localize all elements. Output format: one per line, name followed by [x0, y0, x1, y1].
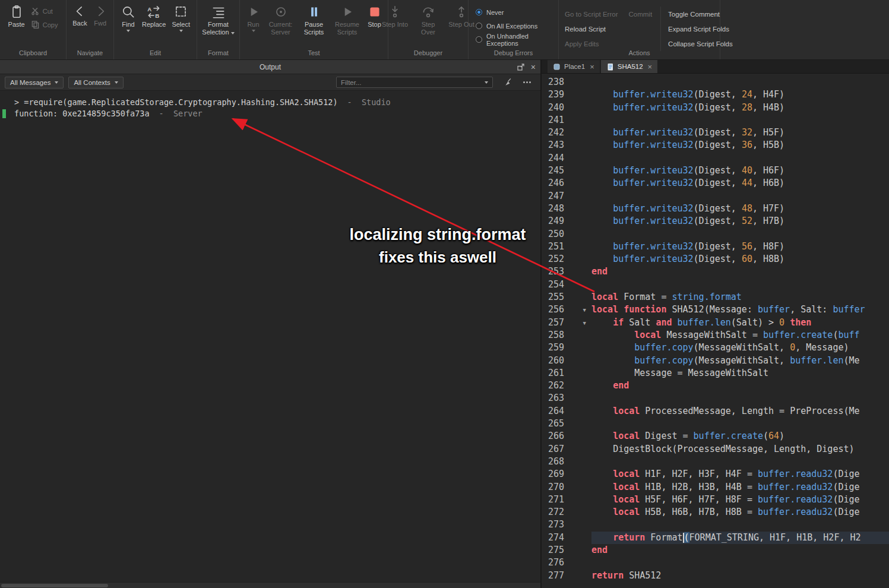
- code-text[interactable]: [591, 519, 889, 531]
- code-line[interactable]: 238: [542, 76, 889, 88]
- format-selection-button[interactable]: Format Selection: [198, 3, 239, 37]
- toggle-comment-button[interactable]: Toggle Comment: [668, 11, 720, 18]
- code-line[interactable]: 261 Message = MessageWithSalt: [542, 367, 889, 380]
- line-number[interactable]: 261: [542, 367, 568, 380]
- code-line[interactable]: 265: [542, 418, 889, 430]
- line-number[interactable]: 242: [542, 127, 568, 139]
- line-number[interactable]: 247: [542, 190, 568, 203]
- apply-edits-button[interactable]: Apply Edits: [565, 40, 599, 48]
- code-line[interactable]: 254: [542, 279, 889, 291]
- forward-button[interactable]: Fwd: [91, 3, 110, 29]
- line-number[interactable]: 262: [542, 380, 568, 392]
- replace-button[interactable]: A B Replace: [140, 3, 168, 30]
- line-number[interactable]: 274: [542, 532, 568, 544]
- code-line[interactable]: 277return SHA512: [542, 570, 889, 582]
- code-text[interactable]: [591, 456, 889, 468]
- tab-place1[interactable]: Place1 ×: [548, 60, 600, 73]
- code-line[interactable]: 252 buffer.writeu32(Digest, 60, H8B): [542, 253, 889, 265]
- scrollbar-thumb[interactable]: [1, 584, 108, 587]
- code-line[interactable]: 267 DigestBlock(ProcessedMessage, Length…: [542, 443, 889, 456]
- close-output-icon[interactable]: ×: [531, 63, 536, 71]
- code-line[interactable]: 241: [542, 114, 889, 127]
- code-line[interactable]: 246 buffer.writeu32(Digest, 44, H6B): [542, 177, 889, 189]
- more-options-icon[interactable]: [523, 81, 531, 83]
- code-text[interactable]: DigestBlock(ProcessedMessage, Length, Di…: [591, 443, 889, 456]
- line-number[interactable]: 246: [542, 177, 568, 189]
- code-line[interactable]: 255local Format = string.format: [542, 291, 889, 304]
- line-number[interactable]: 275: [542, 544, 568, 557]
- line-number[interactable]: 255: [542, 291, 568, 304]
- code-line[interactable]: 239 buffer.writeu32(Digest, 24, H4F): [542, 88, 889, 101]
- code-line[interactable]: 251 buffer.writeu32(Digest, 56, H8F): [542, 241, 889, 253]
- tab-sha512[interactable]: SHA512 ×: [601, 60, 657, 73]
- code-text[interactable]: buffer.writeu32(Digest, 44, H6B): [591, 177, 889, 189]
- code-line[interactable]: 272 local H5B, H6B, H7B, H8B = buffer.re…: [542, 506, 889, 519]
- code-lines[interactable]: 238239 buffer.writeu32(Digest, 24, H4F)2…: [542, 74, 889, 588]
- output-horizontal-scrollbar[interactable]: [0, 582, 540, 588]
- line-number[interactable]: 273: [542, 519, 568, 531]
- code-line[interactable]: 250: [542, 228, 889, 241]
- paste-button[interactable]: Paste: [6, 3, 27, 30]
- code-line[interactable]: 260 buffer.copy(MessageWithSalt, buffer.…: [542, 355, 889, 367]
- resume-scripts-button[interactable]: Resume Scripts: [331, 3, 363, 37]
- line-number[interactable]: 250: [542, 228, 568, 241]
- commit-button[interactable]: Commit: [628, 11, 652, 18]
- line-number[interactable]: 258: [542, 329, 568, 342]
- line-number[interactable]: 268: [542, 456, 568, 468]
- code-text[interactable]: end: [591, 380, 889, 392]
- code-line[interactable]: 276: [542, 557, 889, 569]
- code-line[interactable]: 256▼local function SHA512(Message: buffe…: [542, 304, 889, 316]
- select-dropdown-caret-icon[interactable]: [179, 30, 183, 32]
- line-number[interactable]: 238: [542, 76, 568, 88]
- code-text[interactable]: buffer.writeu32(Digest, 32, H5F): [591, 127, 889, 139]
- line-number[interactable]: 259: [542, 342, 568, 354]
- code-line[interactable]: 257▼ if Salt and buffer.len(Salt) > 0 th…: [542, 317, 889, 329]
- output-content[interactable]: > =require(game.ReplicatedStorage.Crypto…: [0, 91, 540, 582]
- code-line[interactable]: 273: [542, 519, 889, 531]
- code-line[interactable]: 259 buffer.copy(MessageWithSalt, 0, Mess…: [542, 342, 889, 354]
- line-number[interactable]: 248: [542, 203, 568, 215]
- output-header[interactable]: Output ×: [0, 60, 540, 74]
- collapse-script-folds-button[interactable]: Collapse Script Folds: [668, 40, 733, 48]
- line-number[interactable]: 239: [542, 88, 568, 101]
- line-number[interactable]: 253: [542, 265, 568, 278]
- code-text[interactable]: buffer.copy(MessageWithSalt, 0, Message): [591, 342, 889, 354]
- line-number[interactable]: 271: [542, 494, 568, 506]
- step-into-button[interactable]: Step Into: [379, 3, 411, 30]
- filter-input[interactable]: Filter...: [336, 77, 493, 88]
- code-text[interactable]: local H5F, H6F, H7F, H8F = buffer.readu3…: [591, 494, 889, 506]
- code-text[interactable]: [591, 279, 889, 291]
- code-line[interactable]: 243 buffer.writeu32(Digest, 36, H5B): [542, 139, 889, 151]
- code-text[interactable]: [591, 76, 889, 88]
- select-button[interactable]: Select: [169, 3, 192, 33]
- code-line[interactable]: 242 buffer.writeu32(Digest, 32, H5F): [542, 127, 889, 139]
- line-number[interactable]: 277: [542, 570, 568, 582]
- line-number[interactable]: 263: [542, 392, 568, 404]
- code-line[interactable]: 264 local ProcessedMessage, Length = Pre…: [542, 405, 889, 418]
- popout-icon[interactable]: [517, 63, 525, 71]
- code-text[interactable]: local Digest = buffer.create(64): [591, 430, 889, 442]
- line-number[interactable]: 241: [542, 114, 568, 127]
- code-text[interactable]: buffer.writeu32(Digest, 28, H4B): [591, 102, 889, 114]
- fold-arrow-icon[interactable]: ▼: [568, 317, 591, 329]
- debug-errors-option[interactable]: On Unhandled Exceptions: [476, 33, 558, 46]
- expand-script-folds-button[interactable]: Expand Script Folds: [668, 26, 729, 33]
- code-line[interactable]: 262 end: [542, 380, 889, 392]
- code-text[interactable]: local ProcessedMessage, Length = PreProc…: [591, 405, 889, 418]
- debug-errors-option[interactable]: On All Exceptions: [476, 19, 558, 33]
- contexts-filter-dropdown[interactable]: All Contexts: [68, 77, 123, 88]
- code-text[interactable]: [591, 114, 889, 127]
- code-line[interactable]: 244: [542, 152, 889, 165]
- code-text[interactable]: local function SHA512(Message: buffer, S…: [591, 304, 889, 316]
- line-number[interactable]: 260: [542, 355, 568, 367]
- clear-output-button[interactable]: [504, 77, 514, 87]
- code-line[interactable]: 247: [542, 190, 889, 203]
- code-line[interactable]: 240 buffer.writeu32(Digest, 28, H4B): [542, 102, 889, 114]
- code-text[interactable]: buffer.copy(MessageWithSalt, buffer.len(…: [591, 355, 889, 367]
- line-number[interactable]: 256: [542, 304, 568, 316]
- current-server-button[interactable]: Current: Server: [265, 3, 297, 37]
- reload-script-button[interactable]: Reload Script: [565, 26, 606, 33]
- code-text[interactable]: local H1F, H2F, H3F, H4F = buffer.readu3…: [591, 468, 889, 480]
- line-number[interactable]: 252: [542, 253, 568, 265]
- line-number[interactable]: 267: [542, 443, 568, 456]
